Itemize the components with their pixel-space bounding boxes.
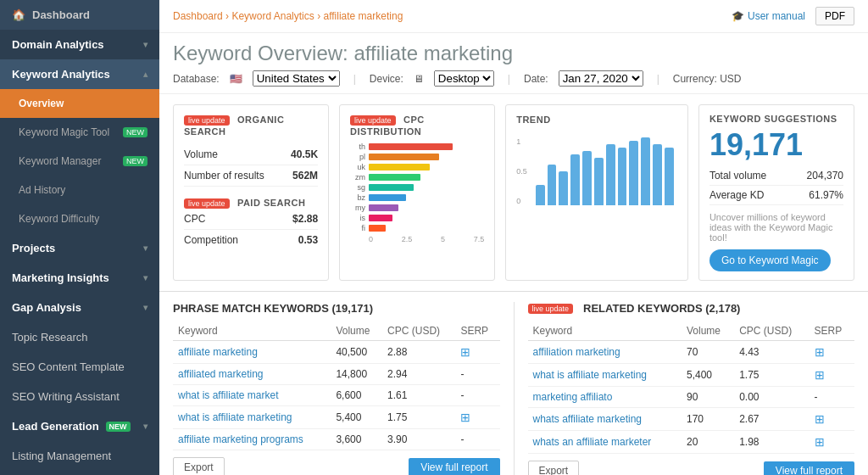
total-volume-label: Total volume xyxy=(709,170,766,182)
sidebar-item-keyword-manager[interactable]: Keyword Manager NEW xyxy=(0,147,159,176)
paid-cpc-label: CPC xyxy=(184,213,205,225)
table-row: affiliated marketing 14,800 2.94 - xyxy=(173,364,500,385)
keyword-link[interactable]: what is affiliate marketing xyxy=(533,369,648,381)
trend-card: TREND 1 0.5 0 xyxy=(505,104,688,281)
keyword-link[interactable]: whats affiliate marketing xyxy=(533,413,643,425)
paid-cpc-row: CPC $2.88 xyxy=(184,209,318,230)
sidebar-item-keyword-magic-tool[interactable]: Keyword Magic Tool NEW xyxy=(0,118,159,147)
phrase-match-footer: Export View full report xyxy=(173,457,500,475)
sidebar-item-cpc-map[interactable]: CPC Map xyxy=(0,471,159,475)
cpc-bar xyxy=(369,194,406,201)
sidebar-item-keyword-difficulty[interactable]: Keyword Difficulty xyxy=(0,204,159,233)
trend-bar xyxy=(548,165,557,205)
cpc-axis: 02.557.5 xyxy=(350,235,484,243)
paid-competition-value: 0.53 xyxy=(298,234,318,246)
cpc-label: fi xyxy=(350,224,365,232)
sidebar-item-lead-generation[interactable]: Lead Generation NEW ▾ xyxy=(0,411,159,441)
sidebar-item-ad-history[interactable]: Ad History xyxy=(0,176,159,204)
suggestions-total-volume: Total volume 204,370 xyxy=(709,166,843,186)
organic-live-badge: live update xyxy=(184,115,230,126)
trend-bar xyxy=(629,141,638,205)
sidebar-item-topic-research[interactable]: Topic Research xyxy=(0,322,159,352)
trend-bars xyxy=(532,137,677,205)
chevron-down-icon-4: ▾ xyxy=(143,303,147,312)
keyword-link[interactable]: what is affiliate market xyxy=(178,389,279,401)
sidebar: 🏠 Dashboard Domain Analytics ▾ Keyword A… xyxy=(0,0,159,475)
cpc-label: pl xyxy=(350,153,365,161)
go-to-keyword-magic-button[interactable]: Go to Keyword Magic xyxy=(709,249,831,271)
sidebar-item-marketing-insights[interactable]: Marketing Insights ▾ xyxy=(0,263,159,293)
device-select[interactable]: Desktop xyxy=(434,70,494,87)
table-row: affiliate marketing programs 3,600 3.90 … xyxy=(173,429,500,450)
breadcrumb-dashboard[interactable]: Dashboard xyxy=(173,10,223,22)
topbar: Dashboard › Keyword Analytics › affiliat… xyxy=(159,0,868,33)
cpc-bar-row: is xyxy=(350,214,484,222)
cpc-cell: 2.94 xyxy=(382,364,455,385)
cpc-label: bz xyxy=(350,193,365,202)
cpc-cell: 3.90 xyxy=(382,429,455,450)
phrase-match-view-report-button[interactable]: View full report xyxy=(409,458,499,475)
cpc-bar xyxy=(369,225,386,232)
trend-axis-max: 1 xyxy=(516,137,527,146)
pdf-button[interactable]: PDF xyxy=(815,7,854,25)
dashboard-label: Dashboard xyxy=(32,8,90,21)
keyword-link[interactable]: affiliation marketing xyxy=(533,346,620,358)
sidebar-item-keyword-analytics[interactable]: Keyword Analytics ▴ xyxy=(0,59,159,89)
device-label: Device: xyxy=(370,73,403,85)
cpc-label: zm xyxy=(350,173,365,182)
keyword-link[interactable]: affiliated marketing xyxy=(178,368,264,380)
trend-bar xyxy=(606,144,615,205)
keyword-link[interactable]: affiliate marketing programs xyxy=(178,433,303,445)
marketing-insights-label: Marketing Insights xyxy=(12,271,109,284)
related-export-button[interactable]: Export xyxy=(528,461,580,475)
sidebar-item-projects[interactable]: Projects ▾ xyxy=(0,233,159,263)
database-select[interactable]: United States xyxy=(253,70,340,87)
suggestions-count: 19,171 xyxy=(709,127,843,163)
trend-bar xyxy=(641,137,650,205)
keyword-link[interactable]: whats an affiliate marketer xyxy=(533,436,652,448)
cpc-bar xyxy=(369,204,398,211)
sidebar-item-dashboard[interactable]: 🏠 Dashboard xyxy=(0,0,159,30)
serp-cell: ⊞ xyxy=(810,341,854,364)
volume-cell: 170 xyxy=(682,408,734,431)
volume-cell: 5,400 xyxy=(682,364,734,387)
table-row: what is affiliate marketing 5,400 1.75 ⊞ xyxy=(528,364,855,387)
keyword-link[interactable]: affiliate marketing xyxy=(178,346,258,358)
related-col-cpc: CPC (USD) xyxy=(734,321,809,341)
sidebar-item-overview[interactable]: Overview xyxy=(0,89,159,118)
chevron-down-icon-2: ▾ xyxy=(143,243,147,253)
cpc-bar-row: uk xyxy=(350,163,484,171)
trend-bar xyxy=(559,171,568,205)
breadcrumb-keyword-analytics[interactable]: Keyword Analytics xyxy=(231,10,314,22)
metrics-row: live update ORGANIC SEARCH Volume 40.5K … xyxy=(159,94,868,292)
chevron-down-icon-5: ▾ xyxy=(143,422,147,431)
cpc-bar-row: my xyxy=(350,204,484,212)
cpc-bar-row: bz xyxy=(350,193,484,202)
page-title-keyword: affiliate marketing xyxy=(353,42,513,64)
related-view-report-button[interactable]: View full report xyxy=(764,461,854,475)
phrase-match-export-button[interactable]: Export xyxy=(173,457,225,475)
serp-icon: ⊞ xyxy=(815,345,825,359)
organic-results-row: Number of results 562M xyxy=(184,165,318,187)
page-title: Keyword Overview: affiliate marketing xyxy=(173,42,854,65)
keyword-link[interactable]: what is affiliate marketing xyxy=(178,411,292,423)
cpc-cell: 0.00 xyxy=(734,387,809,408)
volume-cell: 6,600 xyxy=(331,385,382,406)
sidebar-item-seo-writing-assistant[interactable]: SEO Writing Assistant xyxy=(0,382,159,411)
paid-competition-row: Competition 0.53 xyxy=(184,230,318,250)
date-select[interactable]: Jan 27, 2020 xyxy=(559,70,643,87)
paid-cpc-value: $2.88 xyxy=(292,213,318,225)
keyword-link[interactable]: marketing affiliato xyxy=(533,391,613,403)
sidebar-item-listing-management[interactable]: Listing Management xyxy=(0,441,159,471)
phrase-col-keyword: Keyword xyxy=(173,321,331,341)
cpc-cell: 1.75 xyxy=(382,406,455,429)
user-manual-link[interactable]: 🎓 User manual xyxy=(732,10,805,22)
volume-cell: 20 xyxy=(682,431,734,454)
sidebar-item-domain-analytics[interactable]: Domain Analytics ▾ xyxy=(0,30,159,59)
sidebar-item-gap-analysis[interactable]: Gap Analysis ▾ xyxy=(0,293,159,322)
cpc-label: sg xyxy=(350,183,365,192)
sidebar-item-seo-content-template[interactable]: SEO Content Template xyxy=(0,352,159,382)
cpc-label: is xyxy=(350,214,365,222)
page-title-static: Keyword Overview: xyxy=(173,42,348,64)
keyword-magic-label: Keyword Magic Tool xyxy=(19,126,109,138)
